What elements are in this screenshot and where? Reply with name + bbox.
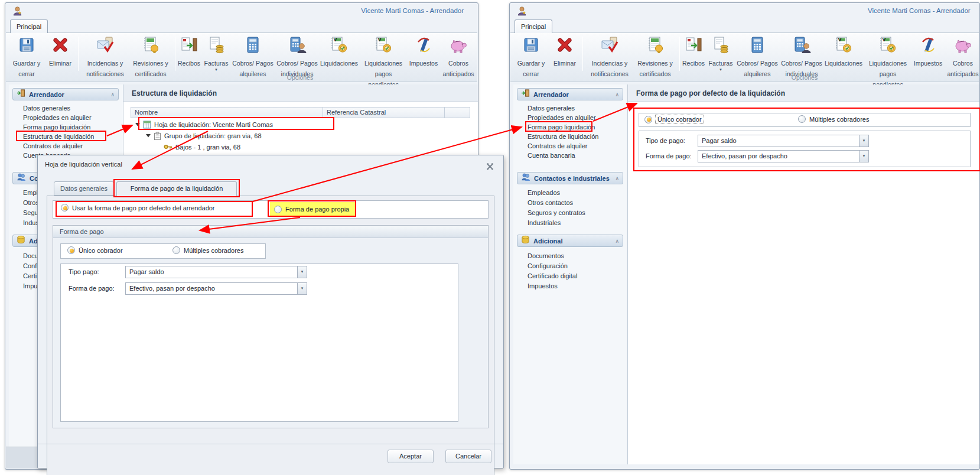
- taxes-button[interactable]: Impuestos: [408, 35, 439, 68]
- tipo-pago-combo[interactable]: Pagar saldo ▼: [125, 266, 307, 278]
- revisions-icon: [632, 35, 678, 57]
- sidebar-item-propiedades[interactable]: Propiedades en alquiler: [23, 113, 92, 122]
- save-close-button[interactable]: Guardar y cerrar: [514, 35, 548, 79]
- revisions-certificates-button[interactable]: Revisiones y certificados: [632, 35, 678, 79]
- sidebar-item-documentos[interactable]: Documentos: [528, 252, 564, 261]
- individual-payments-button[interactable]: Cobros/ Pagos individuales: [780, 35, 823, 79]
- aceptar-button[interactable]: Aceptar: [388, 450, 434, 463]
- right-panel-title: Forma de pago por defecto de la liquidac…: [628, 84, 979, 97]
- settlements-button[interactable]: V Liquidaciones: [823, 35, 864, 68]
- delete-button[interactable]: Eliminar: [548, 35, 581, 68]
- sidebar-item-impuestos[interactable]: Impuestos: [528, 282, 558, 291]
- radio-unselected-icon[interactable]: [274, 206, 282, 213]
- delete-icon: [548, 35, 581, 57]
- expand-icon[interactable]: [146, 134, 151, 138]
- receipts-button[interactable]: Recibos: [176, 35, 202, 68]
- piggy-bank-icon: [945, 35, 980, 57]
- cancelar-button[interactable]: Cancelar: [445, 450, 491, 463]
- sidebar-item-certificado[interactable]: Certificado digital: [528, 272, 577, 281]
- sidebar-item-estructura[interactable]: Estructura de liquidación: [528, 132, 598, 141]
- incidents-notifications-button[interactable]: Incidencias y notificaciones: [585, 35, 634, 79]
- radio-selected-icon[interactable]: [644, 116, 652, 123]
- radio-unico-cobrador[interactable]: Único cobrador: [67, 246, 123, 254]
- close-icon[interactable]: [484, 162, 496, 172]
- ribbon-divider: [175, 37, 175, 71]
- dropdown-arrow-icon: ▼: [202, 68, 230, 72]
- sidebar-group-contactos[interactable]: Contactos e industriales ∧: [517, 172, 623, 184]
- sidebar-group-arrendador[interactable]: Arrendador ∧: [12, 88, 119, 100]
- tab-principal[interactable]: Principal: [515, 19, 552, 33]
- sidebar-item-datos-generales[interactable]: Datos generales: [23, 104, 70, 113]
- column-header-empty[interactable]: [444, 107, 470, 118]
- dropdown-arrow-icon: ▼: [706, 68, 735, 72]
- sidebar-item-contratos[interactable]: Contratos de alquiler: [528, 142, 588, 151]
- radio-label: Usar la forma de pago por defecto del ar…: [72, 204, 215, 212]
- delete-button[interactable]: Eliminar: [44, 35, 77, 68]
- settlements-icon: V: [319, 35, 359, 57]
- dialog-tab-datos-generales[interactable]: Datos generales: [54, 181, 114, 196]
- sidebar-group-arrendador[interactable]: Arrendador ∧: [517, 88, 623, 100]
- radio-usar-forma-defecto[interactable]: Usar la forma de pago por defecto del ar…: [61, 204, 215, 212]
- tree-row-bajos[interactable]: Bajos - 1 , gran via, 68: [164, 141, 240, 152]
- tipo-pago-combo[interactable]: Pagar saldo ▼: [698, 135, 869, 147]
- radio-forma-pago-propia[interactable]: Forma de pago propia: [270, 202, 356, 216]
- advance-collections-button[interactable]: Cobros anticipados: [945, 35, 980, 79]
- revisions-certificates-button[interactable]: Revisiones y certificados: [128, 35, 174, 79]
- combo-arrow-icon[interactable]: ▼: [859, 151, 868, 162]
- chevron-up-icon: ∧: [615, 175, 619, 181]
- radio-multiples-cobradores[interactable]: Múltiples cobradores: [172, 246, 244, 254]
- pending-settlements-button[interactable]: V Liquidaciones pagos pendientes: [359, 35, 408, 89]
- rent-payments-button[interactable]: Cobros/ Pagos alquileres: [735, 35, 780, 79]
- sidebar-item-contratos[interactable]: Contratos de alquiler: [23, 142, 83, 151]
- receipts-button[interactable]: Recibos: [681, 35, 706, 68]
- radio-unselected-icon[interactable]: [172, 246, 180, 254]
- sidebar-item-forma-pago[interactable]: Forma pago liquidación: [528, 123, 595, 132]
- sidebar-item-configuracion[interactable]: Configuración: [528, 262, 568, 271]
- sidebar-item-estructura[interactable]: Estructura de liquidación: [23, 132, 94, 141]
- chevron-up-icon: ∧: [615, 92, 619, 97]
- sidebar-item-otros-contactos[interactable]: Otros contactos: [528, 199, 573, 207]
- sidebar-item-seguros[interactable]: Seguros y contratos: [528, 209, 585, 217]
- sidebar-item-cuenta-bancaria[interactable]: Cuenta bancaria: [528, 151, 575, 160]
- invoices-button[interactable]: Facturas ▼: [706, 35, 735, 72]
- tree-row-grupo[interactable]: Grupo de liquidación: gran via, 68: [146, 130, 262, 141]
- settlements-button[interactable]: V Liquidaciones: [319, 35, 359, 68]
- sidebar-group-adicional[interactable]: Adicional ∧: [517, 235, 623, 247]
- forma-pago-combo[interactable]: Efectivo, pasan por despacho ▼: [698, 150, 869, 162]
- pending-settlements-button[interactable]: V Liquidaciones pagos pendientes: [864, 35, 912, 89]
- sidebar-item-datos-generales[interactable]: Datos generales: [528, 104, 575, 113]
- radio-selected-icon[interactable]: [67, 246, 75, 254]
- rent-payments-icon: [230, 35, 275, 57]
- forma-pago-label: Forma de pago:: [646, 152, 692, 160]
- dialog-tab-forma-pago[interactable]: Forma de pago de la liquidación: [116, 181, 237, 197]
- forma-pago-combo[interactable]: Efectivo, pasan por despacho ▼: [125, 282, 307, 295]
- right-panel-header: Forma de pago por defecto de la liquidac…: [628, 84, 979, 102]
- sidebar-item-forma-pago[interactable]: Forma pago liquidación: [23, 123, 90, 132]
- advance-collections-button[interactable]: Cobros anticipados: [441, 35, 476, 79]
- column-header-referencia[interactable]: Referencia Catastral: [323, 107, 445, 118]
- sidebar-item-industriales[interactable]: Industriales: [528, 219, 561, 227]
- column-header-nombre[interactable]: Nombre: [131, 107, 323, 118]
- tree-row-hoja[interactable]: Hoja de liquidación: Vicente Marti Comas: [135, 119, 273, 130]
- combo-arrow-icon[interactable]: ▼: [859, 135, 868, 147]
- combo-arrow-icon[interactable]: ▼: [297, 283, 307, 294]
- rent-payments-button[interactable]: Cobros/ Pagos alquileres: [230, 35, 275, 79]
- tab-principal[interactable]: Principal: [10, 19, 48, 33]
- forma-de-pago-group: Forma de pago Único cobrador Múltiples c…: [53, 225, 489, 428]
- radio-unselected-icon[interactable]: [798, 115, 806, 123]
- radio-multiples-cobradores[interactable]: Múltiples cobradores: [798, 115, 870, 123]
- invoices-button[interactable]: Facturas ▼: [202, 35, 230, 72]
- individual-payments-button[interactable]: Cobros/ Pagos individuales: [275, 35, 319, 79]
- database-icon: [17, 235, 25, 246]
- save-close-button[interactable]: Guardar y cerrar: [9, 35, 44, 79]
- people-icon: [17, 173, 26, 184]
- incidents-notifications-button[interactable]: Incidencias y notificaciones: [80, 35, 130, 79]
- expand-icon[interactable]: [135, 123, 140, 126]
- sidebar-item-propiedades[interactable]: Propiedades en alquiler: [528, 113, 596, 122]
- combo-arrow-icon[interactable]: ▼: [297, 266, 307, 278]
- radio-unico-cobrador[interactable]: Único cobrador: [644, 115, 704, 123]
- radio-selected-icon[interactable]: [61, 204, 69, 212]
- sidebar-item-empleados[interactable]: Empleados: [528, 188, 560, 197]
- taxes-button[interactable]: Impuestos: [912, 35, 944, 68]
- tree-row-label: Hoja de liquidación: Vicente Marti Comas: [154, 121, 273, 128]
